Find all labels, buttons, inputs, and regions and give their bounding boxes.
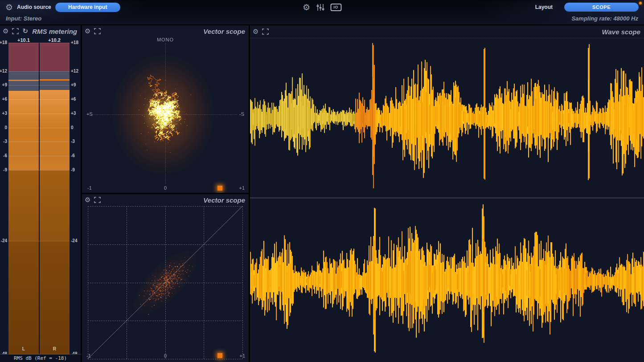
vs1-plus-s-label: +S: [86, 111, 93, 117]
rms-scale-label: -9: [71, 167, 75, 172]
vs1-settings-gear-icon[interactable]: ⚙: [85, 28, 90, 35]
audio-source-gear-icon[interactable]: ⚙: [5, 3, 13, 12]
rms-scale-label: +18: [71, 40, 78, 45]
input-mode-label: Input: Stereo: [6, 15, 41, 22]
rms-value-left: +10.1: [8, 37, 39, 43]
rms-scale-label: +12: [71, 69, 78, 73]
rms-scale-label: -3: [71, 139, 75, 144]
rms-fullscreen-icon[interactable]: [12, 28, 19, 34]
vs2-axis-max: +1: [239, 353, 245, 358]
rms-over-zone: [8, 43, 39, 71]
vs2-panel-header: ⚙ Vector scope: [82, 194, 249, 206]
rms-scale-label: -9: [3, 167, 7, 172]
rms-channel-name: R: [40, 346, 70, 351]
vs2-axis-zero: 0: [82, 353, 249, 358]
rms-value-marker: [8, 80, 39, 81]
rms-channel-name: L: [8, 346, 39, 351]
settings-gear-icon[interactable]: ⚙: [303, 3, 310, 12]
top-bar-row-1: ⚙ Audio source Hardware input ⚙ IO Layou…: [0, 0, 644, 14]
rms-scale-label: +18: [0, 40, 7, 45]
vs2-settings-gear-icon[interactable]: ⚙: [85, 197, 90, 203]
rms-headroom-zone: [8, 71, 39, 91]
wave-settings-gear-icon[interactable]: ⚙: [253, 28, 258, 35]
wave-left-canvas: [250, 38, 644, 197]
vs1-panel-title: Vector scope: [203, 28, 245, 35]
rms-scale-left: +18+12+9+6+30-3-6-9-24-48: [0, 43, 8, 354]
hardware-input-button[interactable]: Hardware input: [55, 3, 120, 12]
rms-metering-panel: ⚙ ↻ RMS metering +10.1 +10.2 +18+12+9+6+…: [0, 25, 81, 362]
rms-value-marker: [40, 79, 70, 81]
rms-settings-gear-icon[interactable]: ⚙: [3, 28, 8, 35]
rms-meter-L: L: [8, 43, 39, 354]
rms-footer-label: RMS dB (Ref = -18): [0, 354, 81, 362]
vs1-clip-indicator[interactable]: [217, 186, 222, 191]
status-dot: [639, 2, 642, 4]
vs1-minus-s-label: -S: [239, 111, 244, 117]
vectorscope-polar-canvas: [82, 25, 249, 193]
wave-fullscreen-icon[interactable]: [262, 28, 269, 35]
rms-meter-area: +18+12+9+6+30-3-6-9-24-48 LR +18+12+9+6+…: [0, 43, 81, 354]
vector-scope-column: ⚙ Vector scope MONO +S -S -1 0 +1 ⚙ Vect…: [82, 25, 249, 362]
vs1-mono-label: MONO: [82, 37, 249, 42]
global-toolbar: ⚙ IO: [303, 0, 341, 14]
vector-scope-polar-panel: ⚙ Vector scope MONO +S -S -1 0 +1: [82, 25, 249, 193]
rms-scale-label: 0: [71, 125, 74, 130]
rms-panel-header: ⚙ ↻ RMS metering: [0, 25, 81, 37]
rms-scale-label: +3: [71, 111, 76, 116]
rms-scale-label: +6: [71, 97, 76, 102]
rms-panel-title: RMS metering: [32, 28, 77, 35]
rms-scale-label: +3: [2, 111, 7, 116]
vs1-panel-header: ⚙ Vector scope: [82, 25, 249, 37]
rms-scale-label: -6: [3, 153, 7, 158]
wave-channel-left: [250, 38, 644, 197]
layout-label: Layout: [535, 4, 553, 10]
rms-scale-label: -24: [71, 238, 77, 243]
vectorscope-xy-canvas: [82, 194, 249, 362]
mixer-sliders-icon[interactable]: [316, 4, 324, 11]
rms-scale-label: -6: [71, 153, 75, 158]
scope-layout-button[interactable]: SCOPE: [564, 3, 639, 12]
rms-scale-label: +9: [2, 82, 7, 87]
rms-scale-label: 0: [4, 125, 7, 130]
vs2-panel-title: Vector scope: [203, 196, 245, 204]
rms-meter-R: R: [39, 43, 70, 354]
vs1-axis-max: +1: [239, 185, 245, 191]
vs2-clip-indicator[interactable]: [217, 353, 222, 358]
wave-panel-header: ⚙ Wave scope: [250, 25, 644, 38]
vs1-axis-zero: 0: [82, 185, 249, 191]
top-bar-row-2: Input: Stereo Sampling rate: 48000 Hz: [0, 14, 644, 22]
rms-headroom-zone: [40, 71, 70, 90]
rms-scale-right: +18+12+9+6+30-3-6-9-24-48: [70, 43, 81, 354]
rms-meters: LR: [8, 43, 70, 354]
layout-group: Layout SCOPE: [535, 3, 644, 12]
rms-scale-label: +12: [0, 69, 7, 73]
top-bar: ⚙ Audio source Hardware input ⚙ IO Layou…: [0, 0, 644, 24]
rms-fill-zone: [40, 90, 70, 354]
rms-scale-label: +9: [71, 82, 76, 87]
vector-scope-xy-panel: ⚙ Vector scope -1 0 +1: [82, 194, 249, 362]
io-icon[interactable]: IO: [330, 4, 341, 11]
wave-panel-title: Wave scope: [602, 28, 640, 36]
audio-source-label: Audio source: [17, 4, 51, 10]
rms-over-zone: [40, 43, 70, 71]
wave-scope-panel: ⚙ Wave scope: [250, 25, 644, 362]
rms-value-right: +10.2: [39, 37, 70, 43]
wave-right-canvas: [250, 199, 644, 362]
wave-channel-right: [250, 199, 644, 362]
vs2-fullscreen-icon[interactable]: [94, 197, 101, 203]
rms-reset-icon[interactable]: ↻: [22, 28, 28, 35]
rms-scale-label: -24: [1, 238, 7, 243]
rms-scale-label: -3: [3, 139, 7, 144]
rms-scale-label: +6: [2, 97, 7, 102]
sampling-rate-label: Sampling rate: 48000 Hz: [571, 15, 638, 22]
workspace: ⚙ ↻ RMS metering +10.1 +10.2 +18+12+9+6+…: [0, 24, 644, 362]
audio-source-group: ⚙ Audio source Hardware input: [0, 3, 120, 12]
rms-fill-zone: [8, 91, 39, 354]
vs1-fullscreen-icon[interactable]: [94, 28, 101, 34]
